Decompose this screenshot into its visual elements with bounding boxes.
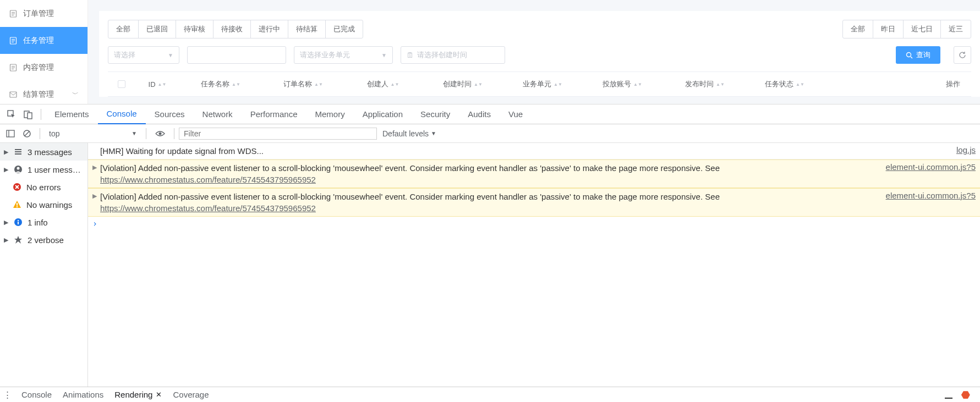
device-toggle[interactable] (20, 104, 36, 124)
date-tab[interactable]: 全部 (843, 20, 873, 38)
document-icon (9, 63, 18, 72)
info-icon (13, 217, 23, 227)
sidebar-item-content[interactable]: 内容管理 (0, 54, 87, 81)
th-task-name[interactable]: 任务名称▲▼ (179, 79, 262, 89)
th-create-time[interactable]: 创建时间▲▼ (421, 79, 504, 89)
clear-console[interactable] (19, 124, 35, 143)
triangle-icon[interactable]: ▶ (92, 191, 100, 214)
side-errors[interactable]: No errors (0, 178, 87, 196)
status-tab[interactable]: 待接收 (213, 20, 251, 38)
log-link[interactable]: https://www.chromestatus.com/feature/574… (100, 203, 316, 213)
status-tab[interactable]: 已退回 (139, 20, 176, 38)
drawer-tab-rendering[interactable]: Rendering✕ (114, 390, 162, 399)
devtools-tab-vue[interactable]: Vue (500, 104, 532, 124)
error-icon (12, 182, 22, 192)
search-button-label: 查询 (916, 50, 930, 60)
sidebar-item-label: 结算管理 (23, 90, 54, 100)
side-warnings[interactable]: No warnings (0, 196, 87, 213)
sidebar-item-tasks[interactable]: 任务管理 (0, 27, 87, 54)
devtools-tab-elements[interactable]: Elements (46, 104, 98, 124)
log-source[interactable]: log.js (956, 145, 976, 157)
status-tab[interactable]: 待结算 (288, 20, 326, 38)
sidebar-toggle[interactable] (2, 124, 19, 143)
select-generic[interactable]: 请选择 ▼ (108, 46, 179, 64)
th-status[interactable]: 任务状态▲▼ (746, 79, 823, 89)
context-selector[interactable]: top ▼ (45, 127, 141, 140)
separator (41, 109, 41, 120)
console-violation: ▶ [Violation] Added non-passive event li… (88, 159, 980, 188)
date-tab[interactable]: 近七日 (904, 20, 941, 38)
text-input[interactable] (187, 46, 286, 64)
triangle-icon: ▶ (3, 236, 9, 244)
th-actions: 操作 (823, 79, 971, 89)
svg-rect-32 (17, 203, 18, 206)
th-creator[interactable]: 创建人▲▼ (344, 79, 421, 89)
th-business-unit[interactable]: 业务单元▲▼ (504, 79, 581, 89)
log-levels[interactable]: Default levels ▼ (382, 129, 436, 138)
document-icon (9, 36, 18, 45)
date-picker[interactable]: 🗓 请选择创建时间 (401, 46, 505, 64)
devtools-tab-console[interactable]: Console (98, 104, 146, 124)
devtools-tab-sources[interactable]: Sources (146, 104, 194, 124)
date-tab[interactable]: 近三 (941, 20, 971, 38)
minimize-icon[interactable] (945, 398, 952, 399)
select-business-unit[interactable]: 请选择业务单元 ▼ (294, 46, 393, 64)
status-tab[interactable]: 待审核 (176, 20, 213, 38)
devtools-tab-application[interactable]: Application (354, 104, 412, 124)
th-account[interactable]: 投放账号▲▼ (581, 79, 664, 89)
drawer-tab-console[interactable]: Console (21, 390, 52, 399)
triangle-icon[interactable]: ▶ (92, 162, 100, 185)
svg-rect-17 (28, 113, 32, 119)
th-publish-time[interactable]: 发布时间▲▼ (664, 79, 746, 89)
console-toolbar: top ▼ Default levels ▼ (0, 124, 980, 143)
filter-input[interactable] (179, 128, 377, 140)
status-tab[interactable]: 进行中 (251, 20, 288, 38)
sort-icon: ▲▼ (158, 83, 167, 86)
console-sidebar: ▶ 3 messages ▶ 1 user mess… No errors No… (0, 143, 88, 402)
search-button[interactable]: 查询 (896, 46, 940, 64)
devtools-tab-security[interactable]: Security (412, 104, 459, 124)
triangle-icon: ▶ (3, 148, 9, 156)
sort-icon: ▲▼ (391, 83, 399, 86)
log-text: [HMR] Waiting for update signal from WDS… (100, 145, 945, 157)
status-tab[interactable]: 全部 (108, 20, 139, 38)
drawer-menu-icon[interactable]: ⋮ (3, 390, 10, 400)
log-link[interactable]: https://www.chromestatus.com/feature/574… (100, 175, 316, 184)
log-text: [Violation] Added non-passive event list… (100, 162, 875, 185)
side-label: 1 user mess… (28, 165, 81, 174)
warning-icon (12, 200, 22, 210)
select-placeholder: 请选择 (114, 50, 135, 60)
devtools-tab-network[interactable]: Network (194, 104, 242, 124)
close-icon[interactable]: ✕ (156, 390, 162, 399)
live-expression[interactable] (151, 130, 169, 137)
calendar-icon: 🗓 (407, 51, 414, 59)
sort-icon: ▲▼ (314, 83, 323, 86)
th-order-name[interactable]: 订单名称▲▼ (262, 79, 344, 89)
side-user[interactable]: ▶ 1 user mess… (0, 161, 87, 178)
inspect-tool[interactable] (3, 104, 20, 124)
date-tab[interactable]: 昨日 (873, 20, 904, 38)
console-prompt[interactable]: › (88, 217, 980, 231)
filters-row: 请选择 ▼ 请选择业务单元 ▼ 🗓 请选择创建时间 查询 (108, 46, 971, 64)
side-total[interactable]: ▶ 3 messages (0, 143, 87, 161)
sidebar-item-label: 任务管理 (23, 36, 54, 46)
list-icon (13, 147, 23, 157)
devtools-tab-performance[interactable]: Performance (242, 104, 306, 124)
th-checkbox[interactable] (108, 80, 135, 88)
refresh-button[interactable] (954, 46, 971, 64)
context-label: top (49, 129, 59, 138)
drawer-tab-animations[interactable]: Animations (63, 390, 103, 399)
sidebar-item-orders[interactable]: 订单管理 (0, 0, 87, 27)
side-verbose[interactable]: ▶ 2 verbose (0, 231, 87, 249)
side-label: 1 info (28, 218, 48, 227)
devtools-tab-memory[interactable]: Memory (306, 104, 354, 124)
th-id[interactable]: ID▲▼ (135, 80, 179, 89)
log-source[interactable]: element-ui.common.js?5 (886, 162, 976, 185)
drawer-tab-coverage[interactable]: Coverage (173, 390, 209, 399)
date-range-tabs: 全部 昨日 近七日 近三 (842, 20, 971, 38)
devtools-tab-audits[interactable]: Audits (459, 104, 500, 124)
search-icon (906, 52, 913, 59)
side-info[interactable]: ▶ 1 info (0, 213, 87, 231)
status-tab[interactable]: 已完成 (326, 20, 363, 38)
log-source[interactable]: element-ui.common.js?5 (886, 191, 976, 214)
